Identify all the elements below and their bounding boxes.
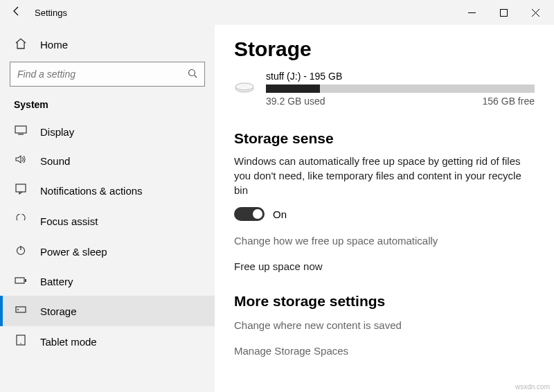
close-button[interactable] bbox=[519, 0, 551, 25]
sidebar-item-label: Power & sleep bbox=[40, 246, 107, 258]
titlebar: Settings bbox=[0, 0, 554, 25]
sound-icon bbox=[14, 154, 28, 167]
svg-rect-11 bbox=[15, 278, 24, 283]
search-icon bbox=[188, 69, 197, 80]
svg-point-4 bbox=[189, 69, 195, 75]
display-icon bbox=[14, 125, 28, 138]
sidebar-item-label: Battery bbox=[40, 276, 73, 287]
sidebar-item-label: Notifications & actions bbox=[40, 185, 143, 197]
search-box[interactable] bbox=[10, 62, 205, 87]
toggle-knob bbox=[253, 209, 262, 219]
storage-sense-toggle-label: On bbox=[273, 208, 287, 220]
back-button[interactable] bbox=[3, 6, 30, 19]
home-icon bbox=[14, 37, 28, 52]
focus-assist-icon bbox=[14, 214, 28, 228]
notifications-icon bbox=[14, 184, 28, 197]
sidebar-section-label: System bbox=[0, 99, 215, 117]
power-icon bbox=[14, 244, 28, 258]
sidebar-item-storage[interactable]: Storage bbox=[0, 296, 215, 326]
sidebar-item-label: Tablet mode bbox=[40, 336, 97, 348]
more-storage-heading: More storage settings bbox=[234, 293, 535, 310]
drive-usage-fill bbox=[266, 84, 320, 93]
link-manage-storage-spaces[interactable]: Manage Storage Spaces bbox=[234, 345, 535, 357]
svg-point-16 bbox=[20, 343, 21, 344]
sidebar-home-label: Home bbox=[40, 39, 68, 51]
page-title: Storage bbox=[234, 37, 535, 61]
minimize-button[interactable] bbox=[456, 0, 488, 25]
link-free-up-now[interactable]: Free up space now bbox=[234, 260, 535, 272]
storage-sense-toggle[interactable] bbox=[234, 207, 265, 221]
link-change-auto-free[interactable]: Change how we free up space automaticall… bbox=[234, 235, 535, 247]
svg-rect-1 bbox=[500, 9, 507, 16]
drive-icon bbox=[234, 79, 255, 94]
content-pane: Storage stuff (J:) - 195 GB 39.2 GB used… bbox=[215, 25, 554, 392]
tablet-mode-icon bbox=[14, 335, 28, 348]
battery-icon bbox=[14, 275, 28, 287]
sidebar-item-notifications[interactable]: Notifications & actions bbox=[0, 175, 215, 206]
drive-usage-bar bbox=[266, 84, 535, 93]
window-title: Settings bbox=[30, 8, 67, 18]
drive-free-label: 156 GB free bbox=[483, 96, 535, 107]
sidebar-item-tablet-mode[interactable]: Tablet mode bbox=[0, 326, 215, 357]
sidebar-item-focus-assist[interactable]: Focus assist bbox=[0, 206, 215, 236]
sidebar: Home System Display Sound Notifica bbox=[0, 25, 215, 392]
storage-sense-heading: Storage sense bbox=[234, 130, 535, 147]
sidebar-item-display[interactable]: Display bbox=[0, 117, 215, 146]
svg-rect-8 bbox=[16, 184, 26, 192]
storage-sense-description: Windows can automatically free up space … bbox=[234, 154, 535, 197]
sidebar-item-label: Display bbox=[40, 126, 74, 138]
svg-point-18 bbox=[235, 83, 253, 90]
search-input[interactable] bbox=[17, 69, 188, 80]
sidebar-item-power-sleep[interactable]: Power & sleep bbox=[0, 236, 215, 267]
drive-name: stuff (J:) - 195 GB bbox=[266, 71, 535, 82]
maximize-button[interactable] bbox=[488, 0, 519, 25]
storage-icon bbox=[14, 304, 28, 318]
sidebar-item-sound[interactable]: Sound bbox=[0, 146, 215, 175]
svg-rect-12 bbox=[25, 279, 26, 282]
sidebar-home[interactable]: Home bbox=[0, 32, 215, 62]
svg-line-5 bbox=[195, 75, 197, 78]
sidebar-item-label: Storage bbox=[40, 305, 77, 317]
sidebar-item-label: Focus assist bbox=[40, 215, 98, 227]
watermark: wsxdn.com bbox=[515, 383, 550, 391]
svg-point-14 bbox=[17, 309, 19, 310]
sidebar-item-battery[interactable]: Battery bbox=[0, 267, 215, 296]
drive-block[interactable]: stuff (J:) - 195 GB 39.2 GB used 156 GB … bbox=[234, 71, 535, 107]
link-change-new-content[interactable]: Change where new content is saved bbox=[234, 319, 535, 331]
svg-rect-6 bbox=[15, 126, 26, 133]
sidebar-item-label: Sound bbox=[40, 155, 70, 167]
drive-used-label: 39.2 GB used bbox=[266, 96, 325, 107]
